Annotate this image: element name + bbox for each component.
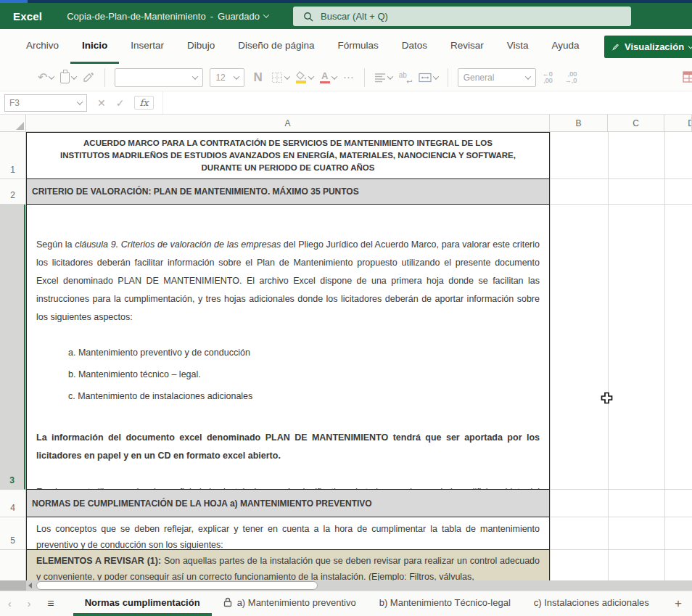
column-header-d[interactable]: D — [664, 115, 692, 131]
row-header-4[interactable]: 4 — [0, 490, 25, 517]
gridline — [608, 132, 609, 580]
sheet-prev-button[interactable]: ‹ — [0, 591, 20, 616]
cell-a3[interactable]: Según la cláusula 9. Criterios de valora… — [26, 204, 550, 490]
row-header-3[interactable]: 3 — [0, 205, 25, 490]
enter-check-icon[interactable]: ✓ — [116, 97, 125, 109]
cell-a3-paragraph-bold: La información del documento excel denom… — [36, 429, 540, 465]
title-separator: - — [210, 11, 213, 22]
wrap-text-button[interactable]: ab ↩ — [399, 71, 412, 84]
cell-a2[interactable]: CRITERIO DE VALORACIÓN: PLAN DE MANTENIM… — [26, 178, 550, 205]
decrease-decimal-button[interactable]: ←0 ,00 — [543, 71, 553, 84]
ribbon-tab-vista[interactable]: Vista — [495, 29, 540, 64]
gridline — [550, 489, 692, 490]
search-icon — [303, 12, 313, 22]
insert-function-button[interactable]: fx — [134, 96, 153, 110]
chevron-down-icon — [688, 43, 692, 49]
cell-cursor-icon — [601, 392, 613, 404]
toolbar-divider — [364, 68, 365, 87]
ribbon-tab-ayuda[interactable]: Ayuda — [540, 29, 591, 64]
cell-a3-paragraph-1: Según la cláusula 9. Criterios de valora… — [36, 236, 540, 327]
number-format-select[interactable]: General — [458, 68, 536, 87]
ribbon-tab-inicio[interactable]: Inicio — [70, 29, 119, 64]
sheet-tab-preventivo[interactable]: a) Mantenimiento preventivo — [212, 591, 368, 616]
document-title[interactable]: Copia-de-Plan-de-Mantenimiento — [67, 11, 206, 22]
chevron-down-icon[interactable] — [284, 73, 289, 79]
sheet-tab-tecnico-legal[interactable]: b) Mantenimiento Técnico-legal — [368, 591, 522, 616]
cell-a3-italic-clause: cláusula 9. Criterios de valoración de l… — [75, 239, 281, 250]
search-input[interactable]: Buscar (Alt + Q) — [293, 7, 631, 26]
column-header-c[interactable]: C — [608, 115, 664, 131]
cell-a6[interactable]: ELEMENTOS A REVISAR (1): Son aquellas pa… — [26, 549, 550, 581]
ribbon-toolbar: ↶ 12 N A — [0, 64, 692, 91]
chevron-down-icon[interactable] — [49, 73, 54, 79]
add-sheet-button[interactable]: + — [664, 591, 692, 616]
chevron-down-icon — [234, 73, 239, 79]
fill-color-button[interactable] — [296, 71, 313, 83]
row-header-1[interactable]: 1 — [0, 132, 25, 179]
scrollbar-corner — [0, 580, 26, 591]
font-color-button[interactable]: A — [320, 71, 337, 84]
save-status[interactable]: Guardado — [218, 11, 260, 22]
chevron-down-icon[interactable] — [387, 73, 392, 79]
sheet-next-button[interactable]: › — [20, 591, 39, 616]
cell-a5[interactable]: Los conceptos que se deben reflejar, exp… — [26, 517, 550, 550]
chevron-down-icon — [524, 73, 530, 79]
sheet-tab-instalaciones[interactable]: c) Instalaciones adicionales — [522, 591, 661, 616]
name-box[interactable]: F3 — [4, 94, 87, 112]
chevron-down-icon[interactable] — [308, 73, 313, 79]
merge-cells-button[interactable] — [419, 73, 438, 83]
chevron-down-icon[interactable] — [263, 12, 269, 17]
column-header-b[interactable]: B — [550, 115, 608, 131]
gridline — [550, 178, 692, 179]
row-header-column: 1 2 3 4 5 — [0, 132, 26, 580]
ribbon-tab-revisar[interactable]: Revisar — [439, 29, 495, 64]
sheet-tab-normas[interactable]: Normas cumplimentación — [73, 591, 212, 616]
chevron-down-icon[interactable] — [77, 99, 83, 104]
scroll-left-arrow-icon[interactable] — [28, 583, 32, 588]
paste-button[interactable] — [60, 72, 76, 83]
font-size-select[interactable]: 12 — [210, 68, 244, 87]
view-mode-button[interactable]: Visualización — [604, 36, 692, 58]
format-as-table-icon[interactable] — [683, 71, 692, 83]
ribbon-tab-insertar[interactable]: Insertar — [119, 29, 176, 64]
toolbar-divider — [448, 68, 448, 87]
format-painter-icon[interactable] — [83, 72, 95, 83]
borders-icon — [271, 72, 283, 83]
ribbon-tab-dibujo[interactable]: Dibujo — [176, 29, 226, 64]
formula-bar: F3 ✕ ✓ fx — [0, 91, 692, 115]
select-all-button[interactable] — [0, 115, 26, 131]
cell-a6-bold-label: ELEMENTOS A REVISAR (1): — [36, 556, 161, 566]
spreadsheet-grid[interactable]: 1 2 3 4 5 ACUERDO MARCO PARA LA CONTRATA… — [0, 132, 692, 580]
row-header-5[interactable]: 5 — [0, 517, 25, 550]
document-title-group[interactable]: Copia-de-Plan-de-Mantenimiento - Guardad… — [67, 11, 268, 22]
borders-button[interactable] — [271, 72, 289, 83]
cancel-icon[interactable]: ✕ — [97, 97, 106, 109]
merge-cells-icon — [419, 73, 432, 83]
column-header-a[interactable]: A — [26, 115, 550, 131]
horizontal-scrollbar[interactable] — [0, 580, 692, 591]
undo-button[interactable]: ↶ — [38, 72, 54, 83]
chevron-down-icon[interactable] — [331, 73, 337, 79]
ribbon-tab-archivo[interactable]: Archivo — [15, 29, 70, 64]
font-color-swatch — [320, 81, 330, 84]
bold-button[interactable]: N — [253, 70, 262, 85]
ribbon-tab-datos[interactable]: Datos — [390, 29, 439, 64]
sheet-list-menu-button[interactable]: ≡ — [38, 591, 62, 616]
ribbon-tab-formulas[interactable]: Fórmulas — [326, 29, 390, 64]
font-name-select[interactable] — [115, 68, 203, 87]
chevron-down-icon[interactable] — [432, 73, 438, 79]
increase-decimal-button[interactable]: ,00 →,0 — [565, 71, 577, 84]
row-header-2[interactable]: 2 — [0, 179, 25, 205]
sheet-tab-label: c) Instalaciones adicionales — [534, 597, 649, 608]
sheet-tab-label: a) Mantenimiento preventivo — [237, 597, 356, 608]
scrollbar-thumb[interactable] — [36, 581, 318, 590]
cell-a1[interactable]: ACUERDO MARCO PARA LA CONTRATACIÓN DE SE… — [26, 132, 550, 179]
chevron-down-icon[interactable] — [71, 73, 77, 79]
app-logo[interactable]: Excel — [13, 10, 42, 22]
more-options-button[interactable]: ⋯ — [343, 72, 355, 83]
cell-a4[interactable]: NORMAS DE CUMPLIMENTACIÓN DE LA HOJA a) … — [26, 489, 550, 517]
wrap-text-icon: ab — [399, 71, 407, 79]
ribbon-tab-diseno[interactable]: Diseño de página — [226, 29, 326, 64]
formula-input[interactable] — [162, 91, 692, 114]
alignment-button[interactable] — [374, 73, 392, 83]
